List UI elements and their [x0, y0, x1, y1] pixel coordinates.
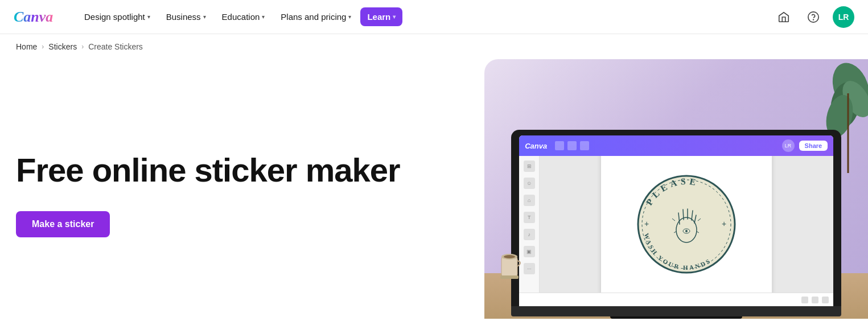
coffee-cup	[496, 248, 524, 285]
user-avatar[interactable]: LR	[833, 6, 854, 28]
chevron-down-icon: ▾	[203, 14, 206, 20]
hero-left: Free online sticker maker Make a sticker	[16, 59, 484, 319]
hero-title: Free online sticker maker	[16, 152, 462, 188]
nav-item-business[interactable]: Business ▾	[159, 7, 213, 26]
canva-bottombar	[519, 293, 833, 306]
nav-right: LR	[774, 6, 854, 28]
svg-line-12	[683, 209, 684, 220]
canva-toolbar-icon-1	[555, 141, 564, 150]
canva-toolbar-icon-2	[567, 141, 577, 150]
nav-item-plans-pricing[interactable]: Plans and pricing ▾	[274, 7, 358, 26]
make-sticker-button[interactable]: Make a sticker	[16, 211, 110, 237]
canva-side-icon-7: ···	[524, 263, 535, 274]
laptop-screen-inner: Canva LR Share	[519, 135, 833, 306]
canva-preview-logo: Canva	[525, 142, 547, 150]
nav-item-design-spotlight[interactable]: Design spotlight ▾	[77, 7, 157, 26]
canva-editor-preview: Canva LR Share	[519, 135, 833, 306]
svg-text:Canva: Canva	[14, 9, 53, 25]
breadcrumb-home[interactable]: Home	[16, 42, 37, 51]
chevron-down-icon: ▾	[393, 14, 396, 20]
navbar: Canva Design spotlight ▾ Business ▾ Educ…	[0, 0, 868, 34]
canva-zoom-icon-1	[801, 297, 808, 303]
breadcrumb: Home › Stickers › Create Stickers	[0, 34, 868, 59]
nav-links: Design spotlight ▾ Business ▾ Education …	[77, 7, 774, 26]
sticker-design: PLEASE WASH YOUR HANDS	[635, 173, 738, 275]
canva-logo[interactable]: Canva	[14, 8, 59, 26]
canva-canvas-white: PLEASE WASH YOUR HANDS	[601, 156, 772, 293]
laptop-mockup: Canva LR Share	[511, 130, 841, 319]
canva-side-icon-3: ⌂	[524, 195, 535, 206]
canva-toolbar-icon-3	[580, 141, 589, 150]
nav-item-education[interactable]: Education ▾	[215, 7, 272, 26]
canva-side-icon-5: ♪	[524, 229, 535, 240]
laptop-base	[511, 306, 841, 316]
laptop-screen-outer: Canva LR Share	[511, 130, 841, 306]
canva-toolbar-icons	[555, 141, 589, 150]
canva-canvas-area: PLEASE WASH YOUR HANDS	[540, 156, 833, 293]
svg-rect-26	[501, 257, 517, 277]
canva-side-icon-1: ⊞	[524, 160, 535, 172]
svg-point-1	[808, 11, 818, 22]
hero-right: Canva LR Share	[484, 59, 868, 319]
canva-side-icon-2: ☺	[524, 178, 535, 189]
hero-section: Free online sticker maker Make a sticker	[0, 59, 868, 319]
chevron-down-icon: ▾	[147, 14, 150, 20]
svg-point-2	[813, 19, 814, 20]
canva-preview-avatar: LR	[782, 139, 795, 152]
breadcrumb-separator: ›	[42, 43, 44, 51]
canva-topbar: Canva LR Share	[519, 135, 833, 156]
breadcrumb-stickers[interactable]: Stickers	[48, 42, 77, 51]
svg-point-28	[504, 255, 515, 258]
breadcrumb-separator: ›	[81, 43, 84, 51]
canva-side-icon-4: T	[524, 212, 535, 223]
svg-point-17	[685, 230, 688, 232]
canva-share-button[interactable]: Share	[799, 141, 828, 151]
sticker-svg: PLEASE WASH YOUR HANDS	[635, 173, 738, 275]
canva-body: ⊞ ☺ ⌂ T ♪ ▣ ···	[519, 156, 833, 293]
nav-item-learn[interactable]: Learn ▾	[360, 7, 402, 26]
chevron-down-icon: ▾	[348, 14, 351, 20]
canva-zoom-icon-3	[822, 297, 829, 303]
laptop-hinge	[610, 316, 742, 319]
svg-point-8	[638, 176, 735, 273]
home-button[interactable]	[774, 7, 794, 27]
svg-rect-29	[500, 275, 519, 279]
svg-text:+: +	[644, 219, 649, 228]
help-button[interactable]	[803, 7, 824, 27]
breadcrumb-current: Create Stickers	[88, 42, 143, 51]
chevron-down-icon: ▾	[262, 14, 265, 20]
svg-text:+: +	[722, 219, 726, 228]
canva-zoom-icon-2	[812, 297, 818, 303]
canva-side-icon-6: ▣	[524, 246, 535, 257]
